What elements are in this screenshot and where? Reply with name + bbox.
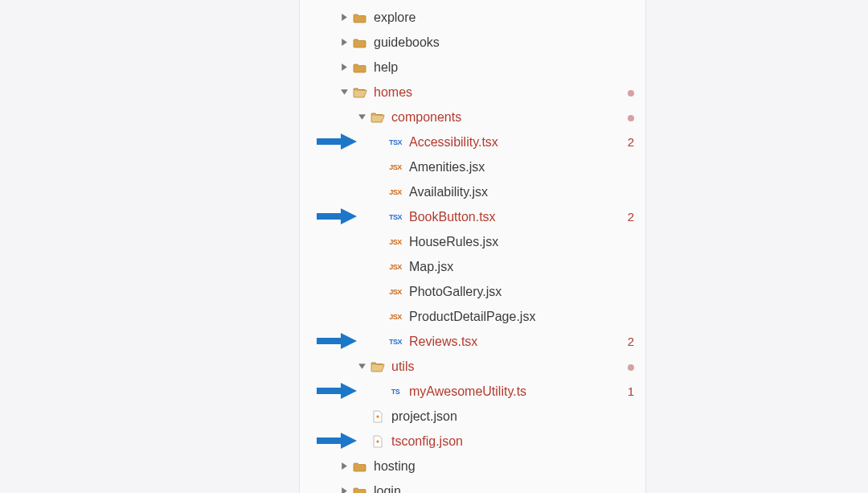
folder-icon [353,36,367,49]
tree-file[interactable]: tsconfig.json [300,429,645,454]
tree-item-label: Availability.jsx [409,185,634,199]
file-type-badge: JSX [388,313,403,321]
file-type-badge: JSX [388,163,403,171]
ts-file-icon: TS [388,385,403,398]
tree-file[interactable]: TSXBookButton.tsx2 [300,204,645,229]
chevron-right-icon[interactable] [340,13,349,22]
folder-icon [353,61,367,74]
chevron-right-icon[interactable] [340,487,349,493]
folder-icon [353,460,367,473]
folder-open-icon [353,86,367,99]
problems-count-badge: 2 [628,210,634,224]
tree-file[interactable]: TSXReviews.tsx2 [300,329,645,354]
tree-item-label: HouseRules.jsx [409,235,634,249]
twisty-spacer [375,162,384,171]
tree-folder[interactable]: help [300,55,645,80]
problems-count-badge: 2 [628,135,634,149]
tree-folder[interactable]: hosting [300,454,645,479]
tree-folder[interactable]: login [300,479,645,493]
jsx-file-icon: JSX [388,261,403,273]
tree-item-label: Reviews.tsx [409,335,623,349]
file-type-badge: JSX [388,188,403,196]
twisty-spacer [375,237,384,246]
tree-item-label: help [374,60,634,75]
twisty-spacer [375,187,384,196]
file-type-badge: TSX [388,138,403,146]
jsx-file-icon: JSX [388,310,403,323]
twisty-spacer [375,212,384,221]
chevron-right-icon[interactable] [340,38,349,47]
tree-folder[interactable]: components [300,105,645,129]
tsx-file-icon: TSX [388,136,403,149]
file-type-badge: JSX [388,263,403,271]
folder-icon [353,485,367,494]
tree-folder[interactable]: utils [300,354,645,379]
jsx-file-icon: JSX [388,161,403,174]
tree-item-label: myAwesomeUtility.ts [409,384,623,399]
twisty-spacer [358,437,366,446]
tree-file[interactable]: JSXPhotoGallery.jsx [300,279,645,304]
tree-item-label: hosting [374,459,634,474]
tree-file[interactable]: project.json [300,404,645,429]
tree-item-label: login [374,484,634,494]
chevron-down-icon[interactable] [358,113,366,121]
tree-file[interactable]: JSXAvailability.jsx [300,179,645,204]
tree-item-label: Accessibility.tsx [409,135,623,150]
tree-file[interactable]: TSmyAwesomeUtility.ts1 [300,379,645,404]
tree-item-label: ProductDetailPage.jsx [409,310,634,324]
twisty-spacer [375,287,384,296]
twisty-spacer [375,138,384,146]
tree-file[interactable]: JSXMap.jsx [300,254,645,279]
tree-item-label: utils [391,359,623,374]
twisty-spacer [375,337,384,346]
problems-count-badge: 1 [628,384,634,398]
tree-item-label: guidebooks [374,35,634,50]
json-file-icon [371,435,385,448]
tsx-file-icon: TSX [388,335,403,348]
file-type-badge: TSX [388,338,403,346]
tree-file[interactable]: TSXAccessibility.tsx2 [300,129,645,154]
folder-open-icon [371,111,385,124]
file-type-badge: JSX [388,238,403,246]
file-type-badge: TS [388,388,403,396]
tree-item-label: BookButton.tsx [409,210,623,224]
twisty-spacer [358,412,366,421]
tree-item-label: explore [374,10,634,25]
tree-file[interactable]: JSXHouseRules.jsx [300,229,645,254]
tree-item-label: components [391,110,623,125]
json-file-icon [371,410,385,423]
folder-icon [353,11,367,24]
folder-open-icon [371,360,385,373]
tree-item-label: PhotoGallery.jsx [409,285,634,299]
chevron-right-icon[interactable] [340,63,349,72]
tree-item-label: homes [374,85,623,100]
tree-file[interactable]: JSXProductDetailPage.jsx [300,304,645,329]
twisty-spacer [375,387,384,396]
twisty-spacer [375,262,384,271]
tree-item-label: project.json [391,409,634,424]
chevron-down-icon[interactable] [358,362,366,371]
tree-folder[interactable]: guidebooks [300,30,645,55]
tree-folder[interactable]: explore [300,5,645,30]
modified-dot-icon [628,359,634,373]
file-explorer-panel[interactable]: exploreguidebookshelphomescomponentsTSXA… [299,0,646,493]
file-tree: exploreguidebookshelphomescomponentsTSXA… [300,0,645,493]
jsx-file-icon: JSX [388,286,403,298]
twisty-spacer [375,312,384,321]
tree-item-label: Amenities.jsx [409,160,634,175]
file-type-badge: JSX [388,288,403,296]
tree-folder[interactable]: homes [300,80,645,105]
tsx-file-icon: TSX [388,211,403,224]
file-type-badge: TSX [388,213,403,221]
jsx-file-icon: JSX [388,186,403,199]
chevron-down-icon[interactable] [340,88,349,97]
problems-count-badge: 2 [628,335,634,348]
modified-dot-icon [628,85,634,99]
chevron-right-icon[interactable] [340,462,349,470]
tree-item-label: Map.jsx [409,260,634,274]
tree-item-label: tsconfig.json [391,434,634,449]
tree-file[interactable]: JSXAmenities.jsx [300,154,645,179]
modified-dot-icon [628,110,634,124]
jsx-file-icon: JSX [388,236,403,249]
